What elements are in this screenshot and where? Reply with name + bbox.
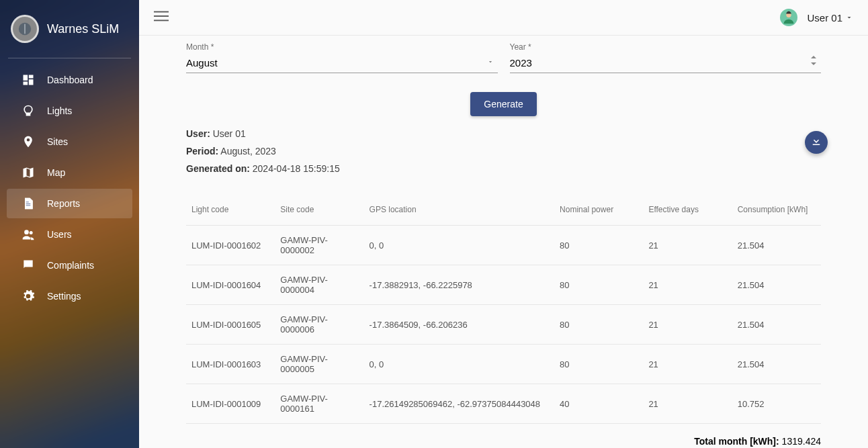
report-info: User: User 01 Period: August, 2023 Gener… (151, 128, 856, 174)
cell-site: GAMW-PIV-0000005 (275, 345, 363, 384)
svg-rect-9 (154, 15, 169, 17)
download-button[interactable] (805, 131, 828, 154)
table-row: LUM-IDI-0001603GAMW-PIV-00000050, 080212… (186, 345, 821, 384)
cell-kwh: 21.504 (732, 265, 821, 305)
cell-light: LUM-IDI-0001603 (186, 345, 275, 384)
sidebar-item-label: Sites (47, 136, 68, 147)
svg-rect-3 (29, 75, 34, 79)
generated-label: Generated on: (186, 163, 250, 174)
sidebar-item-label: Users (47, 229, 72, 240)
cell-site: GAMW-PIV-0000004 (275, 265, 363, 305)
user-menu[interactable]: User 01 (780, 9, 853, 26)
sidebar-item-lights[interactable]: Lights (7, 96, 132, 126)
brand: Warnes SLiM (0, 0, 139, 58)
cell-nominal: 80 (554, 226, 643, 265)
marker-icon (21, 135, 35, 148)
generate-button[interactable]: Generate (470, 92, 536, 116)
cell-days: 21 (643, 384, 732, 424)
sidebar-divider (8, 58, 131, 58)
sidebar-item-label: Dashboard (47, 75, 93, 85)
cell-nominal: 80 (554, 265, 643, 305)
period-label: Period: (186, 146, 218, 156)
year-input[interactable]: 2023 (510, 53, 822, 73)
sidebar-item-settings[interactable]: Settings (7, 281, 132, 311)
flag-icon (21, 259, 35, 272)
cell-kwh: 10.752 (732, 384, 821, 424)
cell-kwh: 21.504 (732, 345, 821, 384)
report-table: Light code Site code GPS location Nomina… (186, 198, 821, 424)
th-days: Effective days (643, 198, 732, 226)
sidebar-item-dashboard[interactable]: Dashboard (7, 65, 132, 95)
cell-days: 21 (643, 226, 732, 265)
cell-gps: 0, 0 (364, 345, 555, 384)
filter-row: Month * August Year * 2023 (151, 36, 856, 73)
sidebar-item-users[interactable]: Users (7, 220, 132, 249)
sidebar-item-sites[interactable]: Sites (7, 127, 132, 156)
cell-light: LUM-IDI-0001602 (186, 226, 275, 265)
svg-rect-2 (24, 75, 28, 81)
cell-gps: -17.3882913, -66.2225978 (364, 265, 555, 305)
sidebar-item-map[interactable]: Map (7, 158, 132, 187)
th-site-code: Site code (275, 198, 363, 226)
gear-icon (21, 289, 35, 303)
sidebar-item-reports[interactable]: Reports (7, 189, 132, 218)
period-value: August, 2023 (220, 146, 276, 156)
chevron-down-icon (845, 12, 853, 24)
year-field[interactable]: Year * 2023 (510, 42, 822, 73)
lightbulb-icon (21, 104, 35, 118)
file-icon (21, 197, 35, 210)
table-header-row: Light code Site code GPS location Nomina… (186, 198, 821, 226)
user-label: User: (186, 128, 210, 139)
user-name-label: User 01 (807, 12, 842, 24)
month-select[interactable]: August (186, 53, 498, 73)
th-consumption: Consumption [kWh] (732, 198, 821, 226)
sidebar: Warnes SLiM Dashboard Lights Sites Map R… (0, 0, 139, 448)
cell-kwh: 21.504 (732, 305, 821, 345)
year-label: Year * (510, 42, 822, 52)
sidebar-item-label: Complaints (47, 260, 94, 271)
download-icon (810, 135, 822, 150)
hamburger-icon[interactable] (154, 9, 169, 26)
table-row: LUM-IDI-0001605GAMW-PIV-0000006-17.38645… (186, 305, 821, 345)
month-field[interactable]: Month * August (186, 42, 498, 73)
table-row: LUM-IDI-0001602GAMW-PIV-00000020, 080212… (186, 226, 821, 265)
cell-light: LUM-IDI-0001604 (186, 265, 275, 305)
generated-value: 2024-04-18 15:59:15 (253, 163, 340, 174)
cell-days: 21 (643, 345, 732, 384)
cell-gps: -17.3864509, -66.206236 (364, 305, 555, 345)
cell-nominal: 80 (554, 345, 643, 384)
dashboard-icon (21, 73, 35, 87)
users-icon (21, 228, 35, 241)
th-light-code: Light code (186, 198, 275, 226)
th-nominal: Nominal power (554, 198, 643, 226)
total-label: Total month [kWh]: (694, 436, 779, 447)
topbar: User 01 (139, 0, 868, 36)
sidebar-item-label: Map (47, 167, 65, 178)
sidebar-item-label: Settings (47, 291, 81, 302)
table-row: LUM-IDI-0001604GAMW-PIV-0000004-17.38829… (186, 265, 821, 305)
cell-site: GAMW-PIV-0000161 (275, 384, 363, 424)
cell-days: 21 (643, 305, 732, 345)
month-label: Month * (186, 42, 498, 52)
user-value: User 01 (213, 128, 246, 139)
svg-rect-1 (24, 24, 26, 34)
main-content: Month * August Year * 2023 Generate User… (139, 36, 868, 448)
svg-point-6 (24, 230, 29, 234)
brand-logo (11, 15, 39, 43)
cell-site: GAMW-PIV-0000002 (275, 226, 363, 265)
brand-name: Warnes SLiM (47, 22, 119, 36)
cell-nominal: 80 (554, 305, 643, 345)
total-row: Total month [kWh]: 1319.424 (151, 424, 856, 447)
cell-light: LUM-IDI-0001605 (186, 305, 275, 345)
generate-row: Generate (151, 73, 856, 128)
table-row: LUM-IDI-0001009GAMW-PIV-0000161-17.26149… (186, 384, 821, 424)
svg-rect-5 (24, 82, 28, 85)
sidebar-item-complaints[interactable]: Complaints (7, 251, 132, 280)
map-icon (21, 166, 35, 179)
cell-light: LUM-IDI-0001009 (186, 384, 275, 424)
cell-gps: -17.26149285069462, -62.97375084443048 (364, 384, 555, 424)
cell-days: 21 (643, 265, 732, 305)
cell-kwh: 21.504 (732, 226, 821, 265)
cell-site: GAMW-PIV-0000006 (275, 305, 363, 345)
th-gps: GPS location (364, 198, 555, 226)
